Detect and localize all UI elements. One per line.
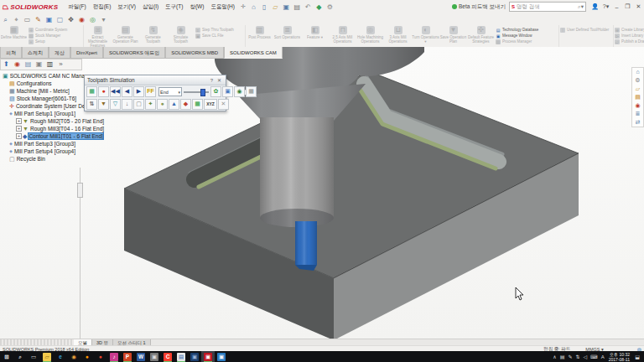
command-search-input[interactable]: S 명령 검색 ⌕▾ <box>509 2 586 12</box>
expand-icon[interactable]: + <box>16 133 22 139</box>
ribbon-button-generate-toolpath[interactable]: ↯Generate Toolpath <box>139 25 167 47</box>
ribbon-button-process-manager[interactable]: ▥Process Manager <box>496 39 558 44</box>
sim-stop-icon[interactable]: ● <box>98 86 109 97</box>
undo-icon[interactable]: ↶ <box>303 2 314 13</box>
machined-display-icon[interactable]: ● <box>157 99 168 110</box>
panel-splitter-handle[interactable] <box>77 183 83 198</box>
shaded-cube-icon[interactable]: ▣ <box>44 14 55 25</box>
ribbon-button-message-window[interactable]: ▣Message Window <box>496 33 558 39</box>
tab-solidworks-cam[interactable]: SOLIDWORKS CAM <box>224 47 283 59</box>
tree-item[interactable]: +▼Rough Mill2[T05 - 20 Flat End] <box>0 117 134 125</box>
close-button[interactable]: ✕ <box>633 3 644 10</box>
tab-계산[interactable]: 계산 <box>49 47 70 59</box>
notification-center-icon[interactable]: ⬓ <box>632 354 642 359</box>
sim-step-forward-icon[interactable]: ▶ <box>133 86 144 97</box>
palette-pane-icon[interactable]: ▤ <box>635 93 641 101</box>
file-explorer-icon[interactable]: ▱ <box>40 351 54 362</box>
sim-speed-icon[interactable]: ⇅ <box>86 99 97 110</box>
edge-icon[interactable]: e <box>54 351 67 362</box>
sim-save-icon[interactable]: ▦ <box>246 86 257 97</box>
plunge-icon[interactable]: ↓ <box>122 99 132 110</box>
menu-item[interactable]: 편집(E) <box>90 3 115 9</box>
ribbon-button-insert-library[interactable]: ⊳Insert Library Object <box>615 33 644 39</box>
ribbon-button-hole[interactable]: ◎Hole Machining Operations <box>356 25 384 47</box>
powerpoint-icon[interactable]: P <box>121 351 134 362</box>
ribbon-button-operation-plan[interactable]: ▤Generate Operation Plan <box>112 25 139 47</box>
graphics-area[interactable]: ⬆◉▤▣▥» ▣SOLIDWORKS CAM NC Manager▤Config… <box>0 47 644 339</box>
view-orientation-icon[interactable]: ✥ <box>65 14 76 25</box>
open-icon[interactable]: ▱ <box>270 2 281 13</box>
settings-pane-icon[interactable]: ⚙ <box>635 76 640 85</box>
tab-solidworks-mbd[interactable]: SOLIDWORKS MBD <box>165 47 224 59</box>
library-pane-icon[interactable]: ▱ <box>636 85 640 93</box>
ribbon-button-feature[interactable]: ◧Feature ▾ <box>301 25 329 47</box>
slider-thumb[interactable] <box>200 89 205 96</box>
opera-icon[interactable]: ● <box>94 351 107 362</box>
display-tray-icon[interactable]: ▤ <box>560 354 565 359</box>
wireframe-cube-icon[interactable]: ▢ <box>55 14 65 25</box>
ribbon-button-save-plan[interactable]: ▼Save Operation Plan <box>439 25 467 47</box>
tab-피쳐[interactable]: 피쳐 <box>0 47 22 59</box>
appearance-pane-icon[interactable]: ◉ <box>635 101 640 110</box>
menu-item[interactable]: 창(W) <box>186 3 207 9</box>
tree-item[interactable]: ▢Recycle Bin <box>0 155 134 163</box>
stock-display-icon[interactable]: ▢ <box>133 99 144 110</box>
sim-copy-icon[interactable]: ▣ <box>222 86 233 97</box>
firefox-icon[interactable]: ● <box>80 351 94 362</box>
tab-dimxpert[interactable]: DimXpert <box>70 47 103 59</box>
pen-tray-icon[interactable]: ✎ <box>568 354 572 359</box>
ribbon-button-strategies[interactable]: ✣Default Feature Strategies <box>467 25 495 47</box>
solidworks-taskbar-icon[interactable]: ▣ <box>201 351 215 362</box>
target-display-icon[interactable]: ✦ <box>145 99 156 110</box>
feature-tree-tab-icon[interactable]: ⬆ <box>1 59 12 70</box>
configuration-tab-icon[interactable]: ▣ <box>34 59 44 70</box>
pin-menu-icon[interactable]: ✛ <box>241 3 246 10</box>
ribbon-button-user-tool[interactable]: ⊺User Defined Tool/Holder <box>560 27 612 33</box>
sim-step-back-icon[interactable]: ◀ <box>122 86 132 97</box>
notes-app-icon[interactable]: ▤ <box>174 351 188 362</box>
help-menu-icon[interactable]: ?▾ <box>600 3 611 10</box>
cam-tree-tab-icon[interactable]: ◉ <box>12 59 23 70</box>
sim-to-start-icon[interactable]: ◀◀ <box>110 86 121 97</box>
darkblue-app-icon[interactable]: ▣ <box>188 351 201 362</box>
ribbon-button-step-thru[interactable]: ≡Step Thru Toolpath <box>195 27 244 33</box>
collision-icon[interactable]: ◆ <box>180 99 191 110</box>
volume-tray-icon[interactable]: ◁ <box>583 354 587 359</box>
ribbon-button-extract-features[interactable]: ⊞Extract Machinable Features <box>84 25 112 47</box>
menu-item[interactable]: 도움말(H) <box>207 3 238 9</box>
cam-operation-tab-icon[interactable]: ▥ <box>44 59 55 70</box>
ribbon-button-coordinate[interactable]: ✛Coordinate System <box>29 27 82 33</box>
sim-wheel-icon[interactable]: ◉ <box>234 86 245 97</box>
rebuild-icon[interactable]: ◆ <box>314 2 325 13</box>
dialog-close-icon[interactable]: ✕ <box>216 77 223 83</box>
tray-expand-icon[interactable]: ∧ <box>553 354 556 359</box>
section-view-icon[interactable]: ✕ <box>218 99 229 110</box>
sketch-icon[interactable]: ✎ <box>33 14 44 25</box>
menu-item[interactable]: 파일(F) <box>65 3 89 9</box>
adobe-c-icon[interactable]: C <box>161 351 174 362</box>
music-app-icon[interactable]: ♪ <box>107 351 121 362</box>
ribbon-button-mill3[interactable]: ⊔3 Axis Mill Operations <box>384 25 412 47</box>
operator-view-icon[interactable]: ▲ <box>169 99 179 110</box>
ribbon-button-setup[interactable]: ⌖Setup <box>29 39 82 44</box>
property-tab-icon[interactable]: ▤ <box>23 59 34 70</box>
dialog-title-bar[interactable]: Toolpath Simulation ? ✕ <box>85 75 226 85</box>
ribbon-button-save-cl[interactable]: ▣Save CL File <box>195 33 244 39</box>
expand-icon[interactable]: + <box>16 126 22 132</box>
restore-button[interactable]: ❐ <box>622 3 633 10</box>
word-icon[interactable]: W <box>134 351 148 362</box>
minimize-button[interactable]: – <box>611 4 622 10</box>
show-tool-icon[interactable]: ▼ <box>98 99 109 110</box>
gray-app-icon[interactable]: ▣ <box>148 351 161 362</box>
expand-tabs-icon[interactable]: » <box>55 59 66 70</box>
ribbon-button-turn[interactable]: ◐Turn Operations ▾ <box>412 25 439 47</box>
ribbon-button-stock[interactable]: ▨Stock Manager <box>29 33 82 39</box>
home-icon[interactable]: ⌂ <box>248 2 259 13</box>
display-settings-icon[interactable]: ▾ <box>98 14 109 25</box>
menu-item[interactable]: 도구(T) <box>162 3 186 9</box>
dialog-help-icon[interactable]: ? <box>208 78 216 83</box>
ribbon-button-technology-db[interactable]: ▤Technology Database <box>496 27 558 33</box>
ribbon-button-sort-operations[interactable]: ≣Sort Operations <box>273 25 301 47</box>
ribbon-button-mill25[interactable]: ⊓2.5 Axis Mill Operations <box>329 25 356 47</box>
simulation-speed-slider[interactable] <box>184 88 209 96</box>
